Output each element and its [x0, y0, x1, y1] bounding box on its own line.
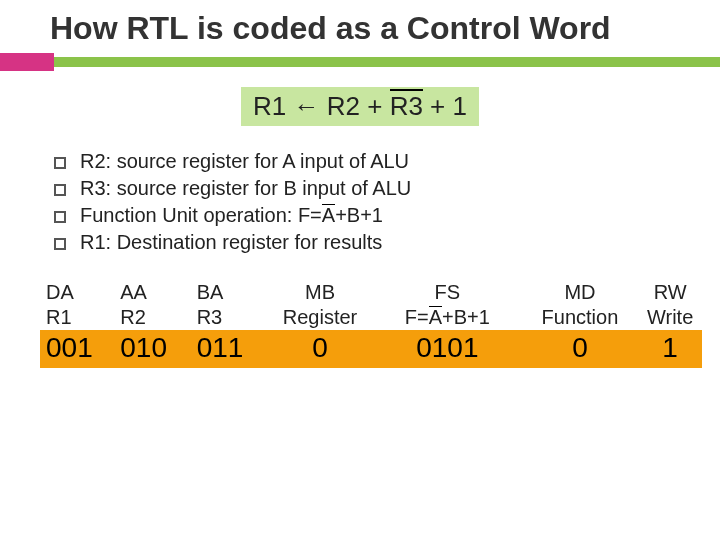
- bullet-text: R3: source register for B input of ALU: [80, 177, 411, 200]
- hdr-md: MD: [522, 280, 639, 305]
- sub-aa: R2: [114, 305, 190, 330]
- sub-fs: F=A+B+1: [373, 305, 522, 330]
- code-mb: 0: [267, 330, 373, 368]
- hdr-ba: BA: [191, 280, 267, 305]
- table-code-row: 001 010 011 0 0101 0 1: [40, 330, 702, 368]
- rtl-equation: R1 ← R2 + R3 + 1: [241, 87, 479, 126]
- bullet-text: R2: source register for A input of ALU: [80, 150, 409, 173]
- table-sub-row: R1 R2 R3 Register F=A+B+1 Function Write: [40, 305, 702, 330]
- list-item: R1: Destination register for results: [54, 231, 720, 254]
- eq-r3-not: R3: [390, 91, 423, 122]
- hdr-da: DA: [40, 280, 114, 305]
- fs-pre: F=: [405, 306, 429, 328]
- eq-one: 1: [453, 91, 467, 121]
- control-word-table: DA AA BA MB FS MD RW R1 R2 R3 Register F…: [40, 280, 702, 368]
- list-item: R3: source register for B input of ALU: [54, 177, 720, 200]
- bullet-icon: [54, 238, 66, 250]
- code-md: 0: [522, 330, 639, 368]
- bullet-text: R1: Destination register for results: [80, 231, 382, 254]
- bullet-icon: [54, 211, 66, 223]
- code-fs: 0101: [373, 330, 522, 368]
- code-aa: 010: [114, 330, 190, 368]
- accent-green: [54, 57, 720, 67]
- hdr-rw: RW: [638, 280, 702, 305]
- slide-title: How RTL is coded as a Control Word: [50, 10, 680, 47]
- hdr-fs: FS: [373, 280, 522, 305]
- b3-a-not: A: [322, 204, 335, 227]
- accent-pink: [0, 53, 54, 71]
- sub-md: Function: [522, 305, 639, 330]
- table-header-row: DA AA BA MB FS MD RW: [40, 280, 702, 305]
- bullet-text: Function Unit operation: F=A+B+1: [80, 204, 383, 227]
- eq-plus2: +: [430, 91, 445, 121]
- b3-post: +B+1: [335, 204, 383, 226]
- b3-pre: Function Unit operation: F=: [80, 204, 322, 226]
- hdr-aa: AA: [114, 280, 190, 305]
- eq-arrow: ←: [293, 91, 319, 121]
- accent-bar: [0, 53, 720, 71]
- eq-lhs: R1: [253, 91, 286, 121]
- sub-rw: Write: [638, 305, 702, 330]
- list-item: R2: source register for A input of ALU: [54, 150, 720, 173]
- bullet-icon: [54, 157, 66, 169]
- list-item: Function Unit operation: F=A+B+1: [54, 204, 720, 227]
- eq-plus1: +: [367, 91, 382, 121]
- sub-da: R1: [40, 305, 114, 330]
- sub-mb: Register: [267, 305, 373, 330]
- code-ba: 011: [191, 330, 267, 368]
- code-rw: 1: [638, 330, 702, 368]
- hdr-mb: MB: [267, 280, 373, 305]
- fs-a-not: A: [429, 306, 442, 329]
- sub-ba: R3: [191, 305, 267, 330]
- eq-r2: R2: [327, 91, 360, 121]
- fs-post: +B+1: [442, 306, 490, 328]
- code-da: 001: [40, 330, 114, 368]
- bullet-icon: [54, 184, 66, 196]
- bullet-list: R2: source register for A input of ALU R…: [54, 150, 720, 254]
